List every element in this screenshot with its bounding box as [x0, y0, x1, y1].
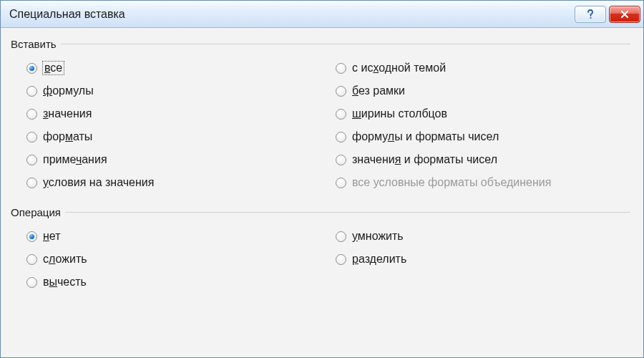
radio-indicator	[336, 132, 346, 142]
radio-indicator	[26, 109, 37, 120]
radio-valnums[interactable]: значения и форматы чисел	[336, 153, 630, 166]
titlebar: Специальная вставка	[1, 1, 643, 28]
radio-validation[interactable]: условия на значения	[26, 176, 321, 189]
paste-special-dialog: Специальная вставка Вставить	[0, 0, 644, 358]
svg-point-0	[590, 16, 591, 18]
close-icon	[620, 10, 630, 19]
radio-op-subtract[interactable]: вычесть	[26, 276, 321, 289]
radio-label: примечания	[43, 153, 107, 166]
titlebar-buttons	[575, 6, 640, 23]
radio-noborder[interactable]: без рамки	[336, 84, 630, 97]
radio-theme[interactable]: с исходной темой	[336, 62, 630, 74]
radio-indicator	[26, 254, 37, 265]
radio-label: разделить	[352, 253, 406, 266]
radio-indicator	[26, 132, 37, 142]
dialog-content: Вставить все с исходной темой формулы	[1, 28, 643, 357]
radio-label: значения	[43, 107, 92, 120]
radio-indicator	[26, 277, 37, 288]
operation-options: нет умножить сложить разделить вычесть	[14, 226, 630, 296]
radio-indicator	[26, 178, 37, 188]
radio-label: без рамки	[352, 84, 405, 97]
radio-op-none[interactable]: нет	[26, 230, 321, 243]
radio-all[interactable]: все	[26, 62, 321, 74]
radio-indicator	[336, 86, 346, 97]
radio-label: вычесть	[43, 276, 87, 289]
radio-formulas[interactable]: формулы	[26, 84, 321, 97]
group-paste-legend: Вставить	[11, 38, 61, 50]
group-paste: Вставить все с исходной темой формулы	[14, 38, 630, 196]
radio-label: нет	[43, 230, 61, 243]
radio-label: все условные форматы объединения	[352, 176, 551, 189]
radio-label: условия на значения	[43, 176, 154, 189]
radio-label: с исходной темой	[352, 62, 446, 74]
radio-indicator	[26, 231, 37, 242]
radio-indicator	[336, 63, 346, 74]
radio-label: умножить	[352, 230, 404, 243]
group-operation: Операция нет умножить сложить разделить	[14, 206, 630, 296]
radio-op-divide[interactable]: разделить	[336, 253, 630, 266]
radio-colwidths[interactable]: ширины столбцов	[336, 107, 630, 120]
radio-op-multiply[interactable]: умножить	[336, 230, 630, 243]
close-button[interactable]	[609, 6, 640, 23]
help-icon	[586, 9, 595, 19]
radio-formats[interactable]: форматы	[26, 130, 321, 143]
help-button[interactable]	[575, 6, 606, 23]
group-operation-legend: Операция	[11, 206, 65, 218]
radio-indicator	[336, 155, 346, 165]
radio-indicator	[336, 109, 346, 120]
radio-label: все	[43, 62, 64, 74]
dialog-title: Специальная вставка	[9, 8, 575, 21]
radio-label: значения и форматы чисел	[352, 153, 497, 166]
radio-label: форматы	[43, 130, 92, 143]
radio-indicator	[26, 86, 37, 97]
radio-op-add[interactable]: сложить	[26, 253, 321, 266]
radio-formnums[interactable]: формулы и форматы чисел	[336, 130, 630, 143]
radio-label: сложить	[43, 253, 87, 266]
radio-indicator	[26, 155, 37, 165]
radio-label: формулы и форматы чисел	[352, 130, 499, 143]
paste-options: все с исходной темой формулы без рамки з…	[14, 57, 630, 196]
radio-indicator	[26, 63, 37, 74]
radio-values[interactable]: значения	[26, 107, 321, 120]
radio-mergecond: все условные форматы объединения	[336, 176, 630, 189]
radio-indicator	[336, 231, 346, 242]
radio-label: формулы	[43, 84, 94, 97]
radio-indicator	[336, 178, 346, 188]
radio-label: ширины столбцов	[352, 107, 447, 120]
radio-comments[interactable]: примечания	[26, 153, 321, 166]
radio-indicator	[336, 254, 346, 265]
